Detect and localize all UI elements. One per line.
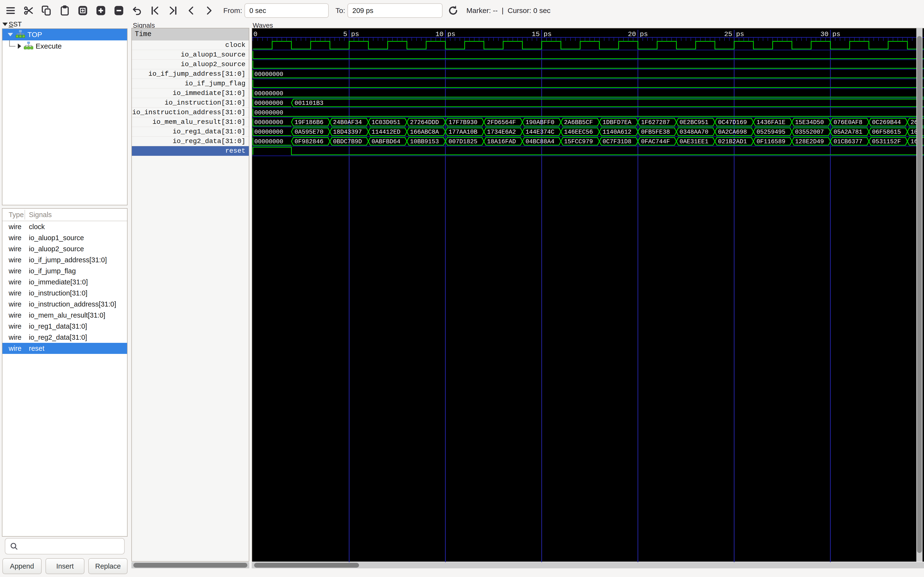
table-row[interactable]: wireio_reg1_data[31:0] xyxy=(2,321,127,332)
prev-icon[interactable] xyxy=(184,3,199,18)
signal-type: wire xyxy=(2,300,25,308)
signal-row[interactable]: io_if_jump_address[31:0] xyxy=(132,69,249,79)
zoom-fit-icon[interactable] xyxy=(75,3,90,18)
svg-text:5: 5 xyxy=(343,31,347,38)
time-header-row[interactable]: Time xyxy=(132,28,249,40)
insert-button[interactable]: Insert xyxy=(45,558,85,574)
table-row[interactable]: wireio_instruction_address[31:0] xyxy=(2,298,127,309)
svg-text:0A2CA698: 0A2CA698 xyxy=(718,129,747,135)
signal-row[interactable]: io_immediate[31:0] xyxy=(132,89,249,98)
waves-vertical-scrollbar[interactable] xyxy=(916,28,922,562)
table-row[interactable]: wireio_immediate[31:0] xyxy=(2,276,127,287)
signal-row[interactable]: io_aluop2_source xyxy=(132,60,249,69)
svg-text:0348AA70: 0348AA70 xyxy=(680,129,708,135)
signals-horizontal-scrollbar[interactable] xyxy=(131,562,249,568)
svg-text:0AE31EE1: 0AE31EE1 xyxy=(680,138,708,145)
search-icon xyxy=(10,542,18,551)
tree-node-execute[interactable]: Execute xyxy=(2,40,127,52)
table-row[interactable]: wireio_mem_alu_result[31:0] xyxy=(2,309,127,321)
column-header-signals: Signals xyxy=(25,211,52,219)
table-row[interactable]: wireio_instruction[31:0] xyxy=(2,287,127,298)
svg-text:007D1825: 007D1825 xyxy=(449,138,477,145)
table-row[interactable]: wireio_if_jump_address[31:0] xyxy=(2,255,127,266)
signal-name: io_if_jump_flag xyxy=(25,267,76,275)
table-row[interactable]: wireio_aluop1_source xyxy=(2,232,127,243)
signal-row[interactable]: io_reg2_data[31:0] xyxy=(132,137,249,146)
signal-type: wire xyxy=(2,289,25,297)
svg-text:1DBFD7EA: 1DBFD7EA xyxy=(603,119,632,126)
svg-text:0F116589: 0F116589 xyxy=(756,138,785,145)
signals-hscroll-thumb[interactable] xyxy=(133,563,247,567)
wave-canvas[interactable]: 05ps10ps15ps20ps25ps30ps0000000000000000… xyxy=(252,28,924,562)
zoom-in-icon[interactable] xyxy=(94,3,108,18)
append-button[interactable]: Append xyxy=(2,558,42,574)
expander-closed-icon[interactable] xyxy=(18,44,21,49)
wave-trace-io_aluop2_source xyxy=(253,61,924,68)
svg-text:0C269B44: 0C269B44 xyxy=(872,119,901,126)
svg-text:128E2D49: 128E2D49 xyxy=(795,138,824,145)
signal-row[interactable]: io_aluop1_source xyxy=(132,50,249,60)
svg-text:01CB6377: 01CB6377 xyxy=(834,138,863,145)
signal-row[interactable]: io_instruction_address[31:0] xyxy=(132,108,249,117)
svg-text:166ABC8A: 166ABC8A xyxy=(410,129,439,135)
waves-hscroll-thumb[interactable] xyxy=(254,563,359,567)
signal-search-input[interactable] xyxy=(5,538,124,554)
wave-trace-io_immediate310: 00000000 xyxy=(253,89,924,97)
signal-row[interactable]: reset xyxy=(132,146,249,156)
signal-row[interactable]: io_instruction[31:0] xyxy=(132,98,249,108)
table-rows: wireclockwireio_aluop1_sourcewireio_aluo… xyxy=(2,221,127,354)
signal-type: wire xyxy=(2,223,25,231)
svg-text:114412ED: 114412ED xyxy=(372,129,401,135)
svg-text:17F7B930: 17F7B930 xyxy=(449,119,477,126)
paste-icon[interactable] xyxy=(57,3,72,18)
svg-text:ps: ps xyxy=(736,31,744,38)
signal-name: io_immediate[31:0] xyxy=(25,278,88,286)
next-icon[interactable] xyxy=(202,3,216,18)
wave-trace-io_reg1_data310: 000000000A595E7018D43397114412ED166ABC8A… xyxy=(253,128,924,135)
signal-row[interactable]: io_mem_alu_result[31:0] xyxy=(132,117,249,127)
table-row[interactable]: wireio_if_jump_flag xyxy=(2,266,127,276)
replace-button[interactable]: Replace xyxy=(88,558,128,574)
svg-text:20: 20 xyxy=(628,31,636,38)
sst-section-header[interactable]: SST xyxy=(2,21,128,27)
waves-horizontal-scrollbar[interactable] xyxy=(252,562,924,568)
go-first-icon[interactable] xyxy=(147,3,162,18)
table-row[interactable]: wireclock xyxy=(2,221,127,232)
signal-type: wire xyxy=(2,278,25,286)
copy-icon[interactable] xyxy=(39,3,54,18)
expander-open-icon[interactable] xyxy=(8,33,13,36)
signal-row[interactable]: io_reg1_data[31:0] xyxy=(132,127,249,137)
svg-text:0F982846: 0F982846 xyxy=(294,138,323,145)
wave-trace-clock xyxy=(253,41,924,49)
svg-text:05A2A781: 05A2A781 xyxy=(834,129,863,135)
signal-row[interactable]: io_if_jump_flag xyxy=(132,79,249,89)
signal-type: wire xyxy=(2,334,25,342)
table-row[interactable]: wireio_reg2_data[31:0] xyxy=(2,332,127,343)
zoom-out-icon[interactable] xyxy=(111,3,126,18)
table-row[interactable]: wirereset xyxy=(2,343,127,354)
table-row[interactable]: wireio_aluop2_source xyxy=(2,243,127,255)
wave-trace-io_aluop1_source xyxy=(253,51,924,59)
cut-icon[interactable] xyxy=(21,3,36,18)
from-input[interactable] xyxy=(244,3,329,18)
signal-row[interactable]: clock xyxy=(132,40,249,50)
tree-node-top[interactable]: TOP xyxy=(2,29,127,40)
svg-text:0FAC744F: 0FAC744F xyxy=(641,138,670,145)
to-input[interactable] xyxy=(347,3,443,18)
svg-text:146EEC56: 146EEC56 xyxy=(564,129,593,135)
svg-text:1F627287: 1F627287 xyxy=(641,119,670,126)
svg-text:0A595E70: 0A595E70 xyxy=(294,129,323,135)
waves-vscroll-thumb[interactable] xyxy=(917,36,922,553)
svg-text:2FD6564F: 2FD6564F xyxy=(487,119,516,126)
svg-text:ps: ps xyxy=(832,31,840,38)
svg-text:0ABFBD64: 0ABFBD64 xyxy=(372,138,401,145)
undo-icon[interactable] xyxy=(129,3,144,18)
svg-text:00000000: 00000000 xyxy=(254,129,283,135)
reload-icon[interactable] xyxy=(446,3,460,18)
menu-icon[interactable] xyxy=(3,3,18,18)
svg-text:0E2BC951: 0E2BC951 xyxy=(680,119,708,126)
signal-name: io_instruction[31:0] xyxy=(25,289,87,297)
hierarchy-icon xyxy=(15,29,27,40)
to-label: To: xyxy=(336,6,345,15)
go-last-icon[interactable] xyxy=(166,3,181,18)
